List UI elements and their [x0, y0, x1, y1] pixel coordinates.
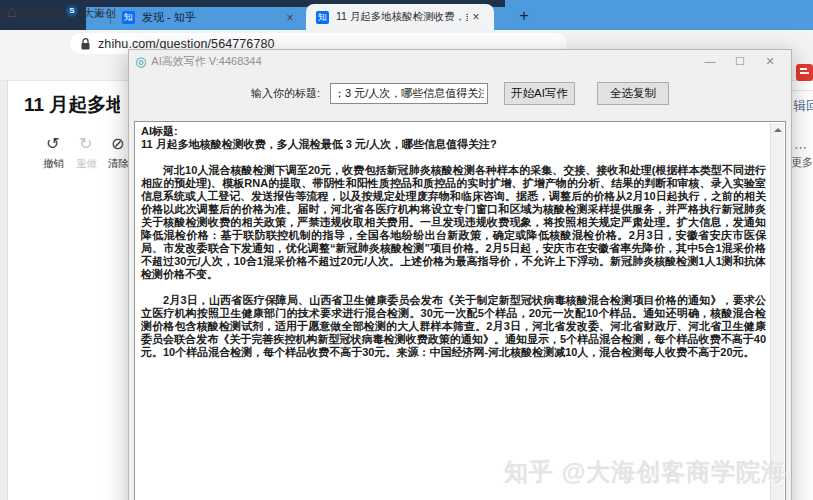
dialog-title: AI高效写作 V:4468344	[151, 54, 261, 69]
zhihu-favicon-icon: 知	[316, 11, 329, 24]
new-tab-button[interactable]: +	[514, 6, 534, 26]
undo-icon[interactable]: ↺	[46, 134, 59, 153]
title-input[interactable]	[330, 83, 488, 104]
clear-format-label[interactable]: 清除	[108, 157, 129, 171]
tab-active-question[interactable]: 知 11 月起多地核酸检测收费，多人 ×	[306, 4, 494, 30]
redo-label[interactable]: 重做	[76, 157, 97, 171]
lock-icon	[81, 38, 90, 50]
browser-window: × 知 发现 - 知乎 × 知 11 月起多地核酸检测收费，多人 × + ⌂ z…	[0, 0, 813, 500]
undo-label[interactable]: 撤销	[43, 157, 64, 171]
bookmark-site-icon: S	[66, 5, 78, 17]
redo-icon[interactable]: ↻	[79, 134, 92, 153]
start-ai-writing-button[interactable]: 开始AI写作	[504, 82, 575, 105]
title-input-label: 输入你的标题:	[251, 86, 320, 101]
clear-format-icon[interactable]: ⊘	[111, 134, 124, 153]
edit-answer-link-partial[interactable]: 辑回	[793, 97, 813, 115]
close-button[interactable]: ✕	[755, 51, 785, 71]
page-left-gutter	[0, 81, 8, 500]
ai-writer-dialog: ◎ AI高效写作 V:4468344 — ☐ ✕ 输入你的标题: 开始AI写作 …	[128, 49, 792, 500]
divider	[792, 90, 813, 91]
tab-title: 11 月起多地核酸检测收费，多人	[336, 10, 468, 24]
red-badge-icon	[796, 64, 813, 81]
ai-paragraph-1: 河北10人混合核酸检测下调至20元，收费包括新冠肺炎核酸检测各种样本的采集、交接…	[141, 164, 766, 281]
tab-title: 发现 - 知乎	[142, 10, 282, 25]
zhihu-watermark: 知乎 @大海创客商学院海	[504, 456, 786, 488]
ai-paragraph-2: 2月3日，山西省医疗保障局、山西省卫生健康委员会发布《关于制定新型冠状病毒核酸混…	[141, 294, 766, 359]
tab-discover-zhihu[interactable]: 知 发现 - 知乎 ×	[112, 5, 304, 30]
minimize-button[interactable]: —	[695, 51, 725, 71]
bookmark-item-dahai[interactable]: 大海创	[83, 6, 125, 21]
ai-output-text: AI标题: 11 月起多地核酸检测收费，多人混检最低 3 元/人次，哪些信息值得…	[135, 122, 770, 500]
more-label[interactable]: 更多	[791, 155, 813, 170]
tab3-close-icon[interactable]: ×	[468, 9, 484, 25]
ai-app-logo-icon: ◎	[135, 55, 146, 68]
bookmark-item-welcome[interactable]: 迎访问本网站	[3, 6, 69, 21]
ai-title-line: 11 月起多地核酸检测收费，多人混检最低 3 元/人次，哪些信息值得关注?	[141, 138, 766, 151]
question-title: 11 月起多地	[24, 92, 120, 118]
more-dots-icon[interactable]: ⋯	[794, 140, 807, 155]
textarea-scrollbar[interactable]	[770, 123, 784, 500]
tab2-close-icon[interactable]: ×	[282, 10, 298, 26]
dialog-titlebar[interactable]: ◎ AI高效写作 V:4468344 — ☐ ✕	[129, 50, 791, 72]
select-all-copy-button[interactable]: 全选复制	[597, 82, 669, 105]
ai-output-textarea[interactable]: AI标题: 11 月起多地核酸检测收费，多人混检最低 3 元/人次，哪些信息值得…	[134, 121, 786, 500]
maximize-button[interactable]: ☐	[725, 51, 755, 71]
ai-title-header: AI标题:	[141, 125, 766, 138]
scroll-up-icon[interactable]	[771, 123, 784, 137]
